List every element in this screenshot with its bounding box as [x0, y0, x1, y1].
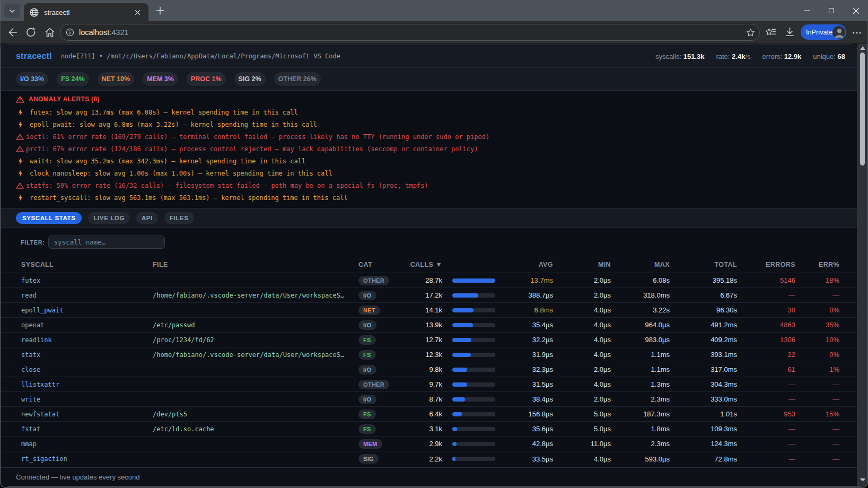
category-badge: OTHER: [358, 380, 389, 389]
refresh-icon[interactable]: [25, 27, 37, 38]
cell-calls: 9.8k: [404, 365, 442, 373]
col-header-avg[interactable]: AVG: [495, 261, 553, 268]
site-info-icon[interactable]: [66, 28, 74, 37]
calls-bar-track: [452, 427, 495, 431]
table-row[interactable]: read/home/fabiano/.vscode-server/data/Us…: [1, 288, 857, 303]
cell-errpct: —: [795, 440, 839, 448]
col-header-min[interactable]: MIN: [553, 261, 611, 268]
table-row[interactable]: mmapMEM2.9k42.8µs11.0µs2.3ms124.3ms——: [1, 437, 857, 451]
alert-text: futex: slow avg 13.7ms (max 6.08s) — ker…: [30, 109, 298, 116]
table-row[interactable]: newfstatat/dev/pts5FS6.4k156.8µs5.0µs187…: [1, 407, 857, 422]
table-row[interactable]: readlink/proc/1234/fd/62FS12.7k32.2µs4.0…: [1, 333, 857, 347]
page-scrollbar[interactable]: [857, 44, 867, 486]
cell-bar: [442, 293, 495, 298]
table-row[interactable]: fstat/etc/ld.so.cacheFS3.1k35.6µs5.0µs1.…: [1, 422, 857, 437]
cell-min: 2.0µs: [553, 276, 611, 284]
cell-avg: 13.7ms: [495, 276, 553, 284]
cell-min: 2.0µs: [553, 395, 611, 403]
cell-errpct: —: [795, 425, 839, 433]
cell-file: /proc/1234/fd/62: [153, 336, 358, 344]
tab-files[interactable]: FILES: [164, 212, 194, 224]
col-header-errors[interactable]: ERRORS: [737, 261, 795, 268]
tab-search-button[interactable]: [4, 4, 20, 18]
col-header-calls[interactable]: CALLS ▼: [404, 261, 442, 268]
calls-bar-fill: [452, 368, 467, 372]
scrollbar-up-arrow[interactable]: [860, 46, 865, 50]
table-row[interactable]: llistxattrOTHER9.7k31.5µs4.0µs1.3ms304.3…: [1, 377, 857, 392]
calls-bar-track: [452, 382, 495, 387]
url-text[interactable]: localhost:4321: [79, 28, 746, 37]
filter-row: FILTER:: [1, 228, 857, 257]
cell-total: 124.3ms: [670, 440, 737, 448]
cell-calls: 3.1k: [404, 425, 442, 433]
cell-total: 393.1ms: [670, 351, 737, 359]
alert-item-slow: wait4: slow avg 35.2ms (max 342.3ms) — k…: [16, 155, 842, 167]
calls-bar-fill: [452, 308, 474, 312]
cell-calls: 13.9k: [404, 321, 442, 329]
col-header-max[interactable]: MAX: [611, 261, 670, 268]
cell-total: 72.8ms: [670, 455, 737, 463]
calls-bar-fill: [452, 338, 471, 342]
tab-close-icon[interactable]: [133, 8, 142, 17]
inprivate-badge[interactable]: InPrivate: [801, 24, 846, 40]
calls-bar-track: [452, 323, 495, 327]
category-badge: I/O: [358, 320, 376, 330]
globe-icon: [29, 7, 39, 18]
cell-file: /home/fabiano/.vscode-server/data/User/w…: [153, 292, 358, 299]
tab-live-log[interactable]: LIVE LOG: [88, 212, 129, 224]
table-row[interactable]: epoll_pwaitNET14.1k6.8ms4.0µs3.22s96.30s…: [1, 303, 857, 318]
url-host: localhost: [79, 28, 109, 37]
tab-api[interactable]: API: [136, 212, 158, 224]
table-row[interactable]: rt_sigactionSIG2.2k33.5µs4.0µs593.0µs72.…: [1, 451, 857, 466]
cell-cat: FS: [358, 335, 404, 345]
browser-tab[interactable]: stracectl: [24, 3, 148, 21]
cell-file: /etc/passwd: [153, 321, 358, 329]
address-bar[interactable]: localhost:4321: [60, 24, 760, 41]
cell-errors: —: [737, 380, 795, 388]
cell-cat: NET: [358, 306, 404, 315]
cell-bar: [442, 442, 495, 446]
cell-errors: 1306: [737, 336, 795, 344]
scrollbar-thumb[interactable]: [860, 53, 865, 165]
window-minimize-button[interactable]: [795, 0, 819, 21]
col-header-cat[interactable]: CAT: [358, 261, 404, 268]
cell-cat: MEM: [358, 439, 404, 449]
cell-cat: FS: [358, 424, 404, 434]
col-header-total[interactable]: TOTAL: [670, 261, 737, 268]
cell-total: 109.3ms: [670, 425, 737, 433]
table-row[interactable]: writeI/O8.7k38.4µs2.0µs2.3ms333.0ms——: [1, 392, 857, 407]
cell-bar: [442, 412, 495, 416]
alert-item-error: statfs: 50% error rate (16/32 calls) — f…: [16, 179, 842, 191]
cell-min: 11.0µs: [553, 440, 611, 448]
cell-min: 4.0µs: [553, 321, 611, 329]
person-icon: [832, 26, 845, 39]
col-header-file[interactable]: FILE: [153, 261, 358, 268]
col-header-syscall[interactable]: SYSCALL: [21, 261, 153, 268]
cell-min: 4.0µs: [553, 336, 611, 344]
filter-input[interactable]: [48, 236, 165, 249]
window-maximize-button[interactable]: [819, 0, 844, 21]
cell-cat: FS: [358, 350, 404, 360]
bolt-icon: [18, 170, 23, 177]
new-tab-button[interactable]: [155, 5, 165, 16]
cell-syscall: read: [21, 292, 153, 299]
table-row[interactable]: closeI/O9.8k32.3µs2.0µs1.1ms317.0ms611%: [1, 362, 857, 377]
settings-menu-icon[interactable]: [852, 28, 862, 38]
home-icon[interactable]: [44, 27, 56, 38]
downloads-icon[interactable]: [784, 27, 795, 38]
table-row[interactable]: openat/etc/passwdI/O13.9k35.4µs4.0µs964.…: [1, 318, 857, 333]
stat-errors: errors: 12.9k: [762, 53, 802, 60]
col-header-errpct[interactable]: ERR%: [795, 261, 839, 268]
tab-syscall-stats[interactable]: SYSCALL STATS: [16, 212, 82, 224]
back-icon[interactable]: [6, 27, 17, 38]
window-close-button[interactable]: [844, 0, 868, 21]
favorites-hub-icon[interactable]: [765, 27, 776, 38]
table-row[interactable]: statx/home/fabiano/.vscode-server/data/U…: [1, 347, 857, 362]
cell-max: 964.0µs: [611, 321, 670, 329]
favorite-star-icon[interactable]: [746, 28, 755, 37]
table-row[interactable]: futexOTHER28.7k13.7ms2.0µs6.08s395.18s51…: [1, 273, 857, 288]
profile-avatar[interactable]: [832, 26, 845, 39]
category-badge: FS: [358, 409, 376, 419]
cell-errors: —: [737, 291, 795, 299]
cell-min: 5.0µs: [553, 410, 611, 418]
